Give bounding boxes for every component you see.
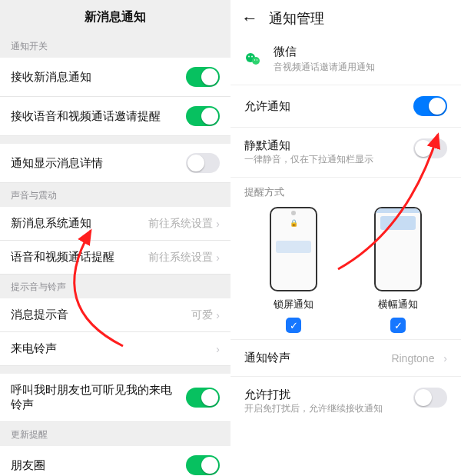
svg-point-1 bbox=[252, 57, 260, 65]
preview-lockscreen-label: 锁屏通知 bbox=[274, 298, 313, 311]
left-title: 新消息通知 bbox=[0, 0, 230, 34]
row-ringtone[interactable]: 来电铃声 › bbox=[0, 332, 230, 366]
section-update: 更新提醒 bbox=[0, 422, 230, 446]
row-msg-tone[interactable]: 消息提示音 可爱› bbox=[0, 298, 230, 332]
row-receive-call-label: 接收语音和视频通话邀请提醒 bbox=[11, 109, 161, 124]
row-call-remind-label: 语音和视频通话提醒 bbox=[11, 250, 114, 265]
section-remind: 提醒方式 bbox=[230, 178, 461, 202]
right-header: ← 通知管理 bbox=[230, 0, 461, 37]
section-switch: 通知开关 bbox=[0, 34, 230, 58]
svg-point-3 bbox=[251, 56, 253, 58]
toggle-show-detail[interactable] bbox=[186, 153, 220, 173]
phone-lockscreen: 🔒 bbox=[270, 207, 317, 291]
row-show-detail[interactable]: 通知显示消息详情 bbox=[0, 144, 230, 183]
toggle-receive-msg[interactable] bbox=[186, 67, 220, 87]
check-banner[interactable]: ✓ bbox=[390, 318, 406, 333]
row-receive-call[interactable]: 接收语音和视频通话邀请提醒 bbox=[0, 97, 230, 136]
chevron-right-icon: › bbox=[216, 218, 220, 230]
app-name: 微信 bbox=[274, 45, 375, 59]
preview-lockscreen[interactable]: 🔒 锁屏通知 ✓ bbox=[270, 207, 317, 333]
wechat-icon bbox=[243, 48, 264, 70]
row-dnd[interactable]: 允许打扰 开启免打扰后，允许继续接收通知 bbox=[230, 377, 461, 426]
row-dnd-label: 允许打扰 bbox=[244, 388, 383, 402]
row-friend-hear-label: 呼叫我时朋友也可听见我的来电铃声 bbox=[11, 383, 180, 412]
row-sys-notify-label: 新消息系统通知 bbox=[11, 216, 91, 231]
right-title: 通知管理 bbox=[269, 9, 324, 28]
chevron-right-icon: › bbox=[443, 352, 447, 364]
section-ring: 提示音与铃声 bbox=[0, 275, 230, 298]
row-notify-ring[interactable]: 通知铃声 Ringtone › bbox=[230, 340, 461, 376]
row-msg-tone-label: 消息提示音 bbox=[11, 308, 68, 322]
app-sub: 音视频通话邀请通用通知 bbox=[274, 61, 375, 74]
row-sys-notify[interactable]: 新消息系统通知 前往系统设置› bbox=[0, 207, 230, 241]
toggle-silent[interactable] bbox=[413, 138, 447, 158]
lock-icon: 🔒 bbox=[290, 219, 298, 227]
row-call-remind[interactable]: 语音和视频通话提醒 前往系统设置› bbox=[0, 241, 230, 275]
row-notify-ring-label: 通知铃声 bbox=[244, 351, 290, 365]
app-info: 微信 音视频通话邀请通用通知 bbox=[230, 37, 461, 85]
right-pane: ← 通知管理 微信 音视频通话邀请通用通知 允许通知 静默通知 一律静音，仅在下… bbox=[230, 0, 461, 476]
row-allow-label: 允许通知 bbox=[244, 99, 290, 114]
phone-banner bbox=[374, 207, 422, 291]
row-moments[interactable]: 朋友圈 bbox=[0, 446, 230, 476]
row-dnd-sub: 开启免打扰后，允许继续接收通知 bbox=[244, 402, 383, 415]
toggle-friend-hear[interactable] bbox=[186, 388, 220, 408]
toggle-moments[interactable] bbox=[186, 455, 220, 475]
section-sound: 声音与震动 bbox=[0, 183, 230, 207]
toggle-allow-notify[interactable] bbox=[413, 96, 447, 116]
svg-point-2 bbox=[248, 56, 250, 58]
row-allow-notify[interactable]: 允许通知 bbox=[230, 85, 461, 127]
row-msg-tone-val: 可爱 bbox=[191, 308, 213, 322]
row-friend-hear[interactable]: 呼叫我时朋友也可听见我的来电铃声 bbox=[0, 374, 230, 422]
remind-previews: 🔒 锁屏通知 ✓ 横幅通知 ✓ bbox=[230, 202, 461, 339]
row-show-detail-label: 通知显示消息详情 bbox=[11, 156, 103, 171]
row-silent-label: 静默通知 bbox=[244, 138, 373, 153]
chevron-right-icon: › bbox=[216, 251, 220, 264]
row-call-remind-val: 前往系统设置 bbox=[148, 251, 213, 265]
row-silent[interactable]: 静默通知 一律静音，仅在下拉通知栏显示 bbox=[230, 128, 461, 177]
preview-banner-label: 横幅通知 bbox=[378, 298, 418, 311]
row-sys-notify-val: 前往系统设置 bbox=[148, 217, 213, 231]
chevron-right-icon: › bbox=[216, 343, 220, 355]
svg-point-4 bbox=[254, 59, 255, 60]
svg-point-5 bbox=[257, 59, 257, 60]
left-pane: 新消息通知 通知开关 接收新消息通知 接收语音和视频通话邀请提醒 通知显示消息详… bbox=[0, 0, 230, 476]
toggle-dnd[interactable] bbox=[413, 388, 447, 408]
preview-banner[interactable]: 横幅通知 ✓ bbox=[374, 207, 422, 333]
row-moments-label: 朋友圈 bbox=[11, 458, 45, 473]
row-silent-sub: 一律静音，仅在下拉通知栏显示 bbox=[244, 153, 373, 166]
chevron-right-icon: › bbox=[216, 309, 220, 321]
toggle-receive-call[interactable] bbox=[186, 106, 220, 126]
row-notify-ring-val: Ringtone bbox=[391, 352, 434, 364]
row-receive-msg-label: 接收新消息通知 bbox=[11, 70, 91, 85]
check-lockscreen[interactable]: ✓ bbox=[286, 318, 301, 333]
row-receive-msg[interactable]: 接收新消息通知 bbox=[0, 58, 230, 97]
row-ringtone-label: 来电铃声 bbox=[11, 341, 57, 356]
back-icon[interactable]: ← bbox=[241, 10, 258, 27]
